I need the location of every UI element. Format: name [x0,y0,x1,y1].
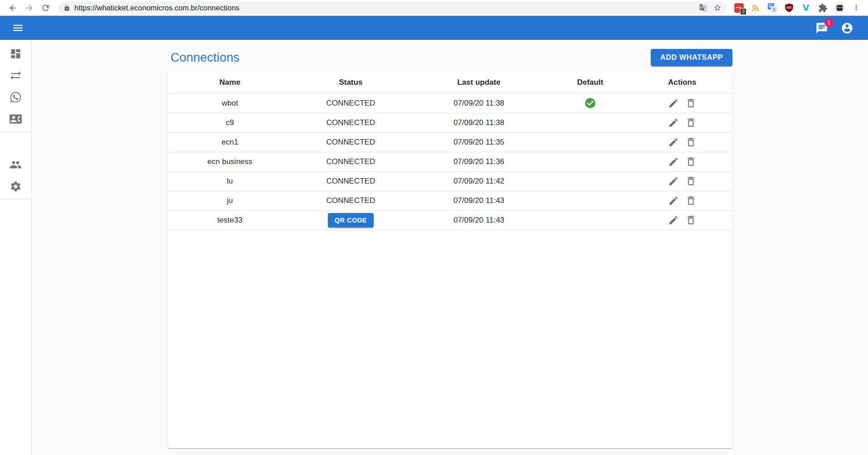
table-header-row: Name Status Last update Default Actions [168,72,732,93]
account-circle-icon [841,22,853,34]
delete-connection-button[interactable] [684,213,698,227]
sync-alt-icon [10,69,22,82]
back-icon [8,3,18,13]
connection-name: lu [168,171,292,191]
sidebar-divider-bottom [0,199,31,199]
extensions-puzzle-icon[interactable] [817,2,828,13]
browser-back-button[interactable] [5,1,21,15]
svg-text:UO: UO [787,6,792,9]
edit-connection-button[interactable] [667,213,680,227]
connection-name: ecn business [168,152,292,171]
connection-status: CONNECTED [327,196,375,205]
connection-last-update: 07/09/20 11:38 [410,93,548,113]
delete-connection-button[interactable] [684,116,698,130]
translate-page-icon[interactable] [699,4,707,12]
connection-last-update: 07/09/20 11:42 [410,171,548,191]
delete-connection-button[interactable] [684,155,698,169]
forward-icon [24,3,34,13]
edit-connection-button[interactable] [667,116,680,130]
connection-row: ecn1 CONNECTED 07/09/20 11:35 [168,132,732,152]
edit-pencil-icon [668,215,679,226]
connections-table-body: wbot CONNECTED 07/09/20 11:38 c9 CONNECT… [168,93,732,230]
rss-extension-icon[interactable] [750,2,761,13]
sidebar-item-tickets[interactable] [0,86,31,108]
edit-connection-button[interactable] [667,97,680,110]
sidebar-divider [0,131,31,132]
profile-avatar[interactable] [834,2,845,13]
connection-last-update: 07/09/20 11:43 [410,191,548,210]
trash-icon [685,214,697,226]
col-header-default: Default [548,72,632,93]
connection-status: CONNECTED [327,118,375,127]
address-bar[interactable]: https://whaticket.economicros.com.br/con… [58,1,726,14]
messages-button[interactable]: 1 [814,20,830,36]
menu-toggle-button[interactable] [9,19,27,37]
account-button[interactable] [839,20,855,36]
connection-status: CONNECTED [327,138,375,146]
connection-name: c9 [168,113,292,132]
connection-row: wbot CONNECTED 07/09/20 11:38 [168,93,732,113]
sidebar-item-users[interactable] [0,154,31,175]
edit-connection-button[interactable] [667,136,680,149]
extension-badge: 3 [740,8,746,15]
connection-last-update: 07/09/20 11:38 [410,113,548,132]
extensions-area: ••• 3 G文 UO V [731,2,864,13]
edit-pencil-icon [668,156,679,167]
connection-last-update: 07/09/20 11:35 [410,132,548,152]
trash-icon [685,117,697,128]
edit-connection-button[interactable] [667,155,680,169]
reload-icon [41,3,50,13]
gear-icon [10,180,22,193]
delete-connection-button[interactable] [684,135,698,149]
sidebar-item-settings[interactable] [0,175,31,197]
red-dots-extension-icon[interactable]: ••• 3 [733,2,744,13]
trash-icon [685,195,697,206]
google-translate-extension-icon[interactable]: G文 [767,2,778,13]
edit-connection-button[interactable] [667,174,680,188]
connection-row: ju CONNECTED 07/09/20 11:43 [168,191,732,210]
default-check-icon [584,97,596,109]
connection-row: c9 CONNECTED 07/09/20 11:38 [168,113,732,132]
sidebar-item-connections[interactable] [0,64,31,86]
page-title: Connections [171,51,239,65]
connection-status: CONNECTED [327,157,375,166]
lock-icon [63,5,70,11]
connections-card: Name Status Last update Default Actions … [168,72,732,448]
v-extension-icon[interactable]: V [800,2,811,13]
add-whatsapp-button[interactable]: ADD WHATSAPP [651,49,732,66]
delete-connection-button[interactable] [684,96,698,110]
edit-pencil-icon [668,195,679,206]
delete-connection-button[interactable] [684,194,698,208]
connections-table: Name Status Last update Default Actions … [168,72,732,230]
sidebar [0,40,32,455]
browser-reload-button[interactable] [37,1,54,15]
connection-status: CONNECTED [327,177,375,185]
bookmark-star-icon[interactable] [713,4,722,12]
connection-name: ecn1 [168,132,292,152]
browser-toolbar: https://whaticket.economicros.com.br/con… [0,0,868,16]
browser-forward-button[interactable] [21,1,37,15]
ublock-extension-icon[interactable]: UO [784,2,795,13]
sidebar-item-contacts[interactable] [0,108,31,130]
connection-name: teste33 [168,210,292,230]
qr-code-button[interactable]: QR CODE [328,213,374,228]
main-content: Connections ADD WHATSAPP Name Status Las… [32,40,868,455]
app-bar: 1 [0,16,868,40]
connection-row: ecn business CONNECTED 07/09/20 11:36 [168,152,732,171]
chrome-menu-icon[interactable] [851,2,862,13]
trash-icon [685,136,697,148]
connection-row: lu CONNECTED 07/09/20 11:42 [168,171,732,191]
trash-icon [685,97,697,109]
contact-phone-icon [10,113,22,125]
connection-name: ju [168,191,292,210]
edit-pencil-icon [668,98,679,109]
connection-last-update: 07/09/20 11:36 [410,152,548,171]
url-text: https://whaticket.economicros.com.br/con… [74,4,694,12]
sidebar-item-dashboard[interactable] [0,43,31,64]
edit-connection-button[interactable] [667,194,680,208]
edit-pencil-icon [668,117,679,128]
connection-row: teste33 QR CODE 07/09/20 11:43 [168,210,732,230]
col-header-actions: Actions [632,72,732,93]
delete-connection-button[interactable] [684,174,698,188]
sidebar-subheader [0,134,31,154]
